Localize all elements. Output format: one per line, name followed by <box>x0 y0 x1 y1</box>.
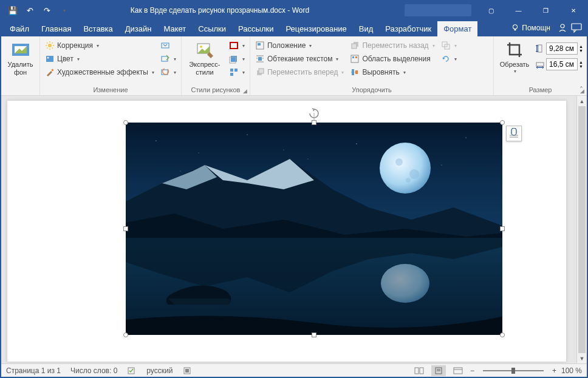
window-title: Как в Врде сделать рисунок прозрачным.do… <box>72 6 405 15</box>
tab-view[interactable]: Вид <box>353 21 380 36</box>
group-button: ▾ <box>440 39 458 52</box>
change-picture-button[interactable]: ▾ <box>159 52 177 66</box>
compress-icon <box>160 41 170 50</box>
color-button[interactable]: Цвет▾ <box>44 52 156 66</box>
height-up[interactable]: ▲ <box>579 44 583 49</box>
wrap-text-button[interactable]: Обтекание текстом▾ <box>254 52 345 66</box>
arrange-group-label: Упорядочить <box>352 86 391 93</box>
styles-dialog-launcher[interactable]: ◢ <box>243 88 247 94</box>
handle-s[interactable] <box>312 332 316 337</box>
tab-layout[interactable]: Макет <box>157 21 192 36</box>
tab-developer[interactable]: Разработчик <box>379 21 437 36</box>
svg-point-65 <box>406 178 411 183</box>
share-icon[interactable] <box>558 23 567 33</box>
tab-references[interactable]: Ссылки <box>192 21 232 36</box>
redo-button[interactable]: ↷ <box>39 2 55 18</box>
layout-options-button[interactable] <box>506 126 522 141</box>
undo-button[interactable]: ↶ <box>22 2 38 18</box>
zoom-in[interactable]: + <box>552 366 556 375</box>
height-input[interactable] <box>546 42 578 55</box>
position-button[interactable]: Положение▾ <box>254 39 345 52</box>
handle-w[interactable] <box>123 226 128 231</box>
tab-mailings[interactable]: Рассылки <box>232 21 279 36</box>
scroll-up[interactable]: ▲ <box>577 96 587 106</box>
zoom-out[interactable]: − <box>470 366 474 375</box>
tab-file[interactable]: Файл <box>4 21 35 36</box>
width-up[interactable]: ▲ <box>579 60 583 64</box>
handle-n[interactable] <box>312 120 316 125</box>
remove-background-button[interactable]: Удалить фон <box>5 39 36 78</box>
document-page[interactable] <box>7 101 566 362</box>
tab-format[interactable]: Формат <box>437 21 477 36</box>
reset-picture-button[interactable]: ▾ <box>159 66 177 79</box>
handle-e[interactable] <box>500 226 505 231</box>
scroll-thumb[interactable] <box>578 106 586 353</box>
compress-pictures-button[interactable] <box>159 39 177 52</box>
svg-rect-45 <box>355 70 358 74</box>
view-read[interactable] <box>412 365 426 376</box>
svg-line-11 <box>47 42 48 44</box>
close-button[interactable]: ✕ <box>559 1 587 19</box>
svg-rect-23 <box>230 42 238 49</box>
svg-rect-50 <box>536 62 544 66</box>
handle-ne[interactable] <box>500 120 505 125</box>
artistic-effects-button[interactable]: Художественные эффекты▾ <box>44 66 156 79</box>
collapse-ribbon[interactable]: ˄ <box>579 86 583 94</box>
status-language[interactable]: русский <box>146 366 173 375</box>
width-down[interactable]: ▼ <box>579 64 583 69</box>
status-page[interactable]: Страница 1 из 1 <box>6 366 61 375</box>
tab-home[interactable]: Главная <box>35 21 77 36</box>
tab-design[interactable]: Дизайн <box>119 21 158 36</box>
save-button[interactable]: 💾 <box>5 2 21 18</box>
tell-me-label: Помощн <box>522 24 550 32</box>
width-input[interactable] <box>546 58 578 70</box>
align-button[interactable]: Выровнять▾ <box>349 66 436 79</box>
minimize-button[interactable]: — <box>505 1 532 19</box>
crop-button[interactable]: Обрезать▾ <box>497 39 532 76</box>
svg-point-2 <box>561 24 564 28</box>
scroll-down[interactable]: ▼ <box>577 353 587 363</box>
wrap-icon <box>255 54 265 64</box>
zoom-slider[interactable] <box>483 370 544 371</box>
tab-review[interactable]: Рецензирование <box>279 21 352 36</box>
adjust-group-label: Изменение <box>93 86 128 93</box>
view-web[interactable] <box>451 365 465 376</box>
svg-point-64 <box>409 169 419 179</box>
zoom-thumb[interactable] <box>511 368 515 374</box>
comments-icon[interactable] <box>571 23 583 33</box>
corrections-button[interactable]: Коррекция▾ <box>44 39 156 52</box>
tab-insert[interactable]: Вставка <box>77 21 118 36</box>
rotate-button[interactable]: ▾ <box>440 52 458 66</box>
height-down[interactable]: ▼ <box>579 49 583 53</box>
zoom-level[interactable]: 100 % <box>561 366 582 375</box>
qat-customize[interactable]: ▾ <box>56 2 72 18</box>
vertical-scrollbar[interactable]: ▲ ▼ <box>576 96 587 363</box>
selection-pane-button[interactable]: Область выделения <box>349 52 436 66</box>
svg-rect-17 <box>51 69 53 71</box>
svg-point-58 <box>441 164 442 165</box>
svg-point-62 <box>380 143 431 194</box>
svg-point-55 <box>247 134 247 135</box>
ribbon-display-options[interactable]: ▢ <box>477 1 505 19</box>
selected-picture[interactable] <box>126 123 502 335</box>
remove-bg-label: Удалить фон <box>6 61 35 76</box>
svg-point-53 <box>156 140 157 141</box>
picture-effects-button[interactable]: ▾ <box>228 52 246 66</box>
position-icon <box>255 41 265 50</box>
tell-me[interactable]: Помощн <box>507 21 554 35</box>
picture-layout-button[interactable]: ▾ <box>228 66 246 79</box>
handle-se[interactable] <box>500 332 505 337</box>
spellcheck-icon[interactable] <box>127 366 137 376</box>
group-icon <box>441 41 451 50</box>
svg-point-61 <box>283 149 284 150</box>
align-icon <box>350 67 360 77</box>
status-words[interactable]: Число слов: 0 <box>70 366 117 375</box>
width-icon <box>535 59 545 69</box>
macro-icon[interactable] <box>182 366 192 376</box>
handle-nw[interactable] <box>123 120 128 125</box>
restore-button[interactable]: ❐ <box>532 1 559 19</box>
view-print[interactable] <box>431 365 446 376</box>
handle-sw[interactable] <box>123 332 128 337</box>
picture-border-button[interactable]: ▾ <box>228 39 246 52</box>
quick-styles-button[interactable]: Экспресс-стили <box>185 39 224 78</box>
